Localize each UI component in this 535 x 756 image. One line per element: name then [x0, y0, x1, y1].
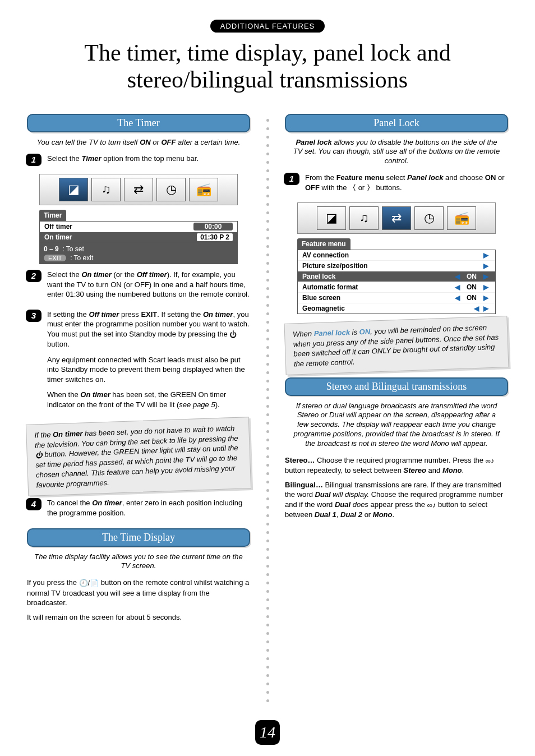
- feature-row-label: Panel lock: [302, 273, 335, 280]
- timer-intro: You can tell the TV to turn itself ON or…: [34, 138, 243, 147]
- timer-step-2: 2 Select the On timer (or the Off timer)…: [26, 270, 251, 305]
- left-arrow-icon: 〈: [349, 183, 356, 192]
- picture-icon: ◪: [59, 178, 88, 201]
- feature-menu-row: Geomagnetic◀▶: [298, 303, 495, 314]
- feature-row-label: Automatic format: [302, 283, 358, 291]
- right-arrow-icon: ▶: [481, 251, 491, 259]
- right-arrow-icon: ▶: [481, 305, 491, 312]
- stereo-intro: If stereo or dual language broadcasts ar…: [292, 402, 501, 449]
- timer-icon: ◷: [156, 178, 186, 201]
- time-display-heading: The Time Display: [27, 528, 250, 547]
- timer-menu: Timer Off timer 00:00 On timer 01:30 P 2…: [39, 210, 238, 264]
- settings-icon: ⇄: [382, 206, 411, 230]
- left-arrow-icon: ◀: [453, 283, 462, 291]
- time-display-p1: If you press the 🕘/📄 button on the remot…: [27, 578, 250, 607]
- right-arrow-icon: ▶: [481, 273, 491, 280]
- timer-step-4: 4 To cancel the On timer, enter zero in …: [26, 498, 251, 523]
- right-arrow-icon: ▶: [481, 283, 491, 291]
- feature-menu-title: Feature menu: [297, 238, 350, 250]
- stereo-mode-icon: ∞♪: [427, 500, 436, 510]
- feature-row-label: Geomagnetic: [302, 305, 345, 312]
- on-timer-note: If the On timer has been set, you do not…: [26, 417, 251, 496]
- feature-menu-row: Panel lock◀ON▶: [298, 271, 495, 282]
- step-number: 3: [26, 310, 41, 322]
- step-number: 2: [26, 270, 41, 282]
- feature-row-label: Picture size/position: [302, 262, 368, 270]
- panel-lock-intro: Panel lock allows you to disable the but…: [292, 138, 501, 167]
- feature-menu-row: Automatic format◀ON▶: [298, 282, 495, 293]
- on-timer-row: On timer 01:30 P 2: [40, 232, 237, 242]
- step-number: 1: [284, 173, 299, 185]
- right-column: Panel Lock Panel lock allows you to disa…: [280, 110, 513, 705]
- timer-step-3: 3 If setting the Off timer press EXIT. I…: [26, 310, 251, 416]
- panel-lock-step-1: 1 From the Feature menu select Panel loc…: [284, 173, 509, 198]
- sound-icon: ♫: [91, 178, 121, 201]
- feature-row-value: ◀ON▶: [453, 294, 491, 302]
- time-display-p2: It will remain on the screen for about 5…: [27, 612, 250, 623]
- panel-lock-note: When Panel lock is ON, you will be remin…: [284, 316, 509, 375]
- feature-menu-row: AV connection▶: [298, 250, 495, 261]
- menu-icon-row: ◪ ♫ ⇄ ◷ 📻: [39, 174, 238, 205]
- header-bar: ADDITIONAL FEATURES: [0, 0, 535, 33]
- feature-row-label: AV connection: [302, 251, 349, 259]
- clock-text-icon: 🕘/📄: [79, 578, 99, 588]
- right-arrow-icon: ▶: [481, 294, 491, 302]
- broadcast-icon: 📻: [447, 206, 476, 230]
- standby-icon: ⏻: [229, 330, 237, 340]
- feature-menu-row: Blue screen◀ON▶: [298, 293, 495, 303]
- column-divider: for(let i=0;i<70;i++)document.write('<di…: [265, 110, 270, 705]
- timer-icon: ◷: [414, 206, 444, 230]
- feature-menu-row: Picture size/position▶: [298, 261, 495, 271]
- stereo-mode-icon: ∞♪: [486, 456, 495, 466]
- feature-row-value: ◀ON▶: [453, 273, 491, 280]
- feature-row-value: ▶: [481, 251, 491, 259]
- menu-icon-row-right: ◪ ♫ ⇄ ◷ 📻: [297, 202, 496, 234]
- bilingual-para: Bilingual… Bilingual transmissions are r…: [285, 480, 508, 520]
- feature-row-label: Blue screen: [302, 294, 340, 302]
- left-column: The Timer You can tell the TV to turn it…: [22, 110, 255, 705]
- timer-step-1: 1 Select the Timer option from the top m…: [26, 154, 251, 169]
- stereo-heading: Stereo and Bilingual transmissions: [285, 377, 508, 396]
- left-arrow-icon: ◀: [453, 273, 462, 280]
- panel-lock-heading: Panel Lock: [285, 114, 508, 132]
- sound-icon: ♫: [349, 206, 379, 230]
- feature-row-value: ◀ON▶: [453, 283, 491, 291]
- page-title: The timer, time display, panel lock and …: [34, 39, 501, 94]
- page-number: 14: [255, 720, 280, 745]
- settings-icon: ⇄: [124, 178, 153, 201]
- time-display-intro: The time display facility allows you to …: [34, 552, 243, 571]
- broadcast-icon: 📻: [189, 178, 218, 201]
- feature-row-value: ◀▶: [472, 305, 491, 312]
- timer-menu-title: Timer: [39, 210, 66, 221]
- right-arrow-icon: 〉: [367, 183, 374, 192]
- timer-menu-footer: 0 – 9 : To set EXIT : To exit: [39, 243, 238, 264]
- step-number: 4: [26, 498, 41, 510]
- section-pill: ADDITIONAL FEATURES: [210, 20, 325, 33]
- off-timer-row: Off timer 00:00: [40, 222, 237, 232]
- step-number: 1: [26, 154, 41, 166]
- feature-row-value: ▶: [481, 262, 491, 270]
- feature-menu: Feature menu AV connection▶Picture size/…: [297, 238, 496, 314]
- picture-icon: ◪: [317, 206, 346, 230]
- left-arrow-icon: ◀: [472, 305, 481, 312]
- stereo-para: Stereo… Choose the required programme nu…: [285, 455, 508, 476]
- standby-icon: ⏻: [35, 450, 43, 460]
- timer-heading: The Timer: [27, 114, 250, 132]
- right-arrow-icon: ▶: [481, 262, 491, 270]
- left-arrow-icon: ◀: [453, 294, 462, 302]
